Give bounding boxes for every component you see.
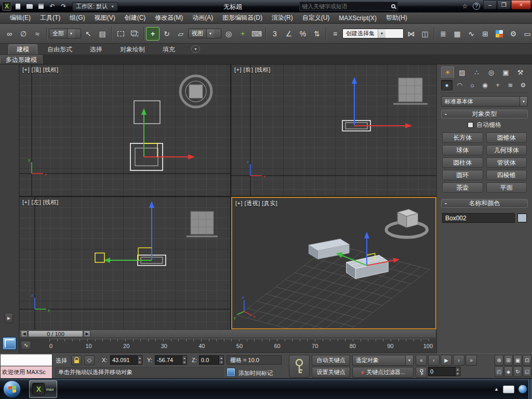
select-and-manipulate-icon[interactable]: ＋	[236, 27, 249, 41]
torus-button[interactable]: 圆环	[442, 170, 483, 180]
chevron-down-icon[interactable]: ▼	[206, 29, 214, 38]
current-frame-field[interactable]: 0 ▲▼	[428, 367, 460, 376]
viewport-left-canvas[interactable]: z y	[19, 197, 230, 329]
viewcube[interactable]	[180, 76, 211, 107]
redo-icon[interactable]: ↷	[59, 2, 69, 11]
app-logo-icon[interactable]: X	[2, 2, 11, 11]
cylinder-button[interactable]: 圆柱体	[442, 157, 483, 168]
select-object-icon[interactable]: ↖	[82, 27, 95, 41]
absolute-offset-toggle-icon[interactable]: ◇	[84, 355, 95, 365]
zoom-icon[interactable]: ⊕	[495, 355, 503, 366]
mini-curve-editor-icon[interactable]: ∿	[21, 341, 31, 350]
use-pivot-center-icon[interactable]: ◎	[222, 27, 235, 41]
helpers-category-icon[interactable]: +	[492, 80, 503, 90]
maxscript-listener-pink-line[interactable]: 欢迎使用 MAXSc	[0, 366, 52, 379]
cone-button[interactable]: 圆锥体	[486, 132, 527, 143]
graphite-ribbon-toggle-icon[interactable]: ▦	[450, 27, 464, 41]
viewport-top[interactable]: [+] [顶] [线框]	[19, 64, 230, 196]
select-and-scale-icon[interactable]: ▱	[174, 27, 188, 41]
autogrid-checkbox[interactable]	[468, 122, 473, 128]
menu-edit[interactable]: 编辑(E)	[5, 12, 35, 23]
rendered-frame-window-icon[interactable]: ▭	[521, 27, 532, 41]
object-color-swatch[interactable]	[517, 214, 527, 222]
maxscript-listener-line[interactable]	[0, 354, 52, 366]
viewport-top-label[interactable]: [+] [顶] [线框]	[22, 66, 59, 74]
keyboard-shortcut-override-icon[interactable]: ⌨	[250, 27, 263, 41]
input-method-icon[interactable]	[503, 385, 514, 393]
next-frame-arrow[interactable]: ▶	[84, 330, 90, 337]
time-slider-track[interactable]: ◀ 0 / 100 ▶	[19, 329, 436, 338]
subtab-polygon-modeling[interactable]: 多边形建模	[0, 55, 43, 64]
menu-customize[interactable]: 自定义(U)	[298, 12, 335, 23]
systems-category-icon[interactable]: ⚙	[517, 80, 529, 90]
plane-button[interactable]: 平面	[486, 182, 527, 193]
menu-graph-editors[interactable]: 图形编辑器(D)	[218, 12, 267, 23]
material-editor-icon[interactable]	[493, 27, 506, 41]
save-file-icon[interactable]	[36, 2, 46, 11]
viewport-perspective[interactable]: [+] [透视] [真实]	[231, 197, 436, 329]
spinner-icon[interactable]: ▲▼	[182, 356, 187, 364]
utilities-tab-icon[interactable]: ⚒	[514, 66, 527, 78]
viewport-perspective-label[interactable]: [+] [透视] [真实]	[235, 200, 277, 207]
edit-named-selection-sets-icon[interactable]: ≡	[328, 27, 342, 41]
auto-key-button[interactable]: 自动关键点	[312, 355, 350, 366]
time-tag-icon[interactable]	[227, 368, 235, 377]
name-color-rollout[interactable]: - 名称和颜色	[441, 199, 528, 208]
favorites-star-icon[interactable]: ☆	[460, 2, 470, 10]
move-gizmo[interactable]	[141, 108, 195, 159]
menu-maxscript[interactable]: MAXScript(X)	[334, 12, 381, 23]
schematic-view-icon[interactable]: ⊞	[478, 27, 492, 41]
viewport-left[interactable]: [+] [左] [线框]	[19, 197, 230, 329]
orbit-icon[interactable]: ↻	[513, 366, 522, 377]
help-icon[interactable]: ?	[473, 3, 480, 10]
shapes-category-icon[interactable]: ◠	[454, 80, 465, 90]
create-tab-icon[interactable]: ☀	[441, 66, 454, 78]
geometry-category-icon[interactable]: ●	[441, 80, 453, 90]
modify-tab-icon[interactable]: ▨	[456, 66, 469, 78]
layer-manager-icon[interactable]: ≣	[436, 27, 450, 41]
time-tag-label[interactable]: 添加时间标记	[238, 369, 273, 377]
y-coordinate-field[interactable]: -56.74 ▲▼	[155, 355, 187, 365]
menu-help[interactable]: 帮助(H)	[381, 12, 412, 23]
workspace-selector[interactable]: 工作区: 默认 ▼	[72, 2, 118, 11]
zoom-extents-icon[interactable]: ▣	[513, 355, 522, 366]
percent-snap-icon[interactable]: %	[296, 27, 310, 41]
previous-frame-arrow[interactable]: ◀	[21, 330, 28, 337]
viewport-top-canvas[interactable]: y x	[19, 64, 230, 196]
select-and-move-button[interactable]: +	[146, 27, 159, 41]
track-bar[interactable]: ∿ 010 2030 4050 6070 8090 100	[19, 339, 436, 353]
chevron-down-icon[interactable]: ▼	[378, 29, 385, 38]
zoom-region-icon[interactable]: ◰	[495, 366, 503, 377]
viewport-layout-expand-arrow[interactable]: ▶	[5, 313, 13, 323]
space-warps-category-icon[interactable]: ≋	[504, 80, 516, 90]
time-slider-handle[interactable]: 0 / 100	[28, 330, 83, 337]
next-frame-button[interactable]: ›	[453, 355, 464, 366]
zoom-extents-all-icon[interactable]: ⊡	[523, 355, 531, 366]
selection-filter-combo[interactable]: 全部 ▼	[49, 29, 81, 38]
maximize-viewport-toggle-icon[interactable]: ◱	[523, 366, 531, 377]
tab-selection[interactable]: 选择	[82, 44, 110, 55]
tab-populate[interactable]: 填充	[155, 44, 183, 55]
key-mode-toggle-icon[interactable]	[416, 367, 427, 378]
sphere-button[interactable]: 球体	[442, 145, 483, 155]
close-button[interactable]: ×	[511, 0, 531, 9]
z-coordinate-field[interactable]: 0.0 ▲▼	[199, 355, 224, 365]
named-selection-combo[interactable]: 创建选择集 ▼	[342, 29, 404, 38]
object-type-rollout[interactable]: - 对象类型	[441, 110, 528, 118]
object-name-field[interactable]: Box002	[442, 213, 515, 223]
tab-freeform[interactable]: 自由形式	[39, 44, 80, 55]
align-icon[interactable]: ◫	[418, 27, 432, 41]
curve-editor-icon[interactable]: ∿	[464, 27, 478, 41]
scene-explorer-icon[interactable]	[2, 337, 17, 350]
menu-animation[interactable]: 动画(A)	[188, 12, 218, 23]
select-and-link-icon[interactable]: ∞	[3, 27, 16, 41]
unlink-selection-icon[interactable]: ∅	[17, 27, 30, 41]
viewcube[interactable]	[386, 209, 427, 237]
restore-button[interactable]: ❐	[497, 0, 511, 9]
select-and-rotate-icon[interactable]: ↻	[160, 27, 174, 41]
bind-to-space-warp-icon[interactable]: ≈	[31, 27, 44, 41]
menu-group[interactable]: 组(G)	[65, 12, 89, 23]
viewport-left-label[interactable]: [+] [左] [线框]	[22, 198, 59, 206]
select-by-name-icon[interactable]: ▤	[96, 27, 109, 41]
network-tray-icon[interactable]	[518, 385, 527, 393]
